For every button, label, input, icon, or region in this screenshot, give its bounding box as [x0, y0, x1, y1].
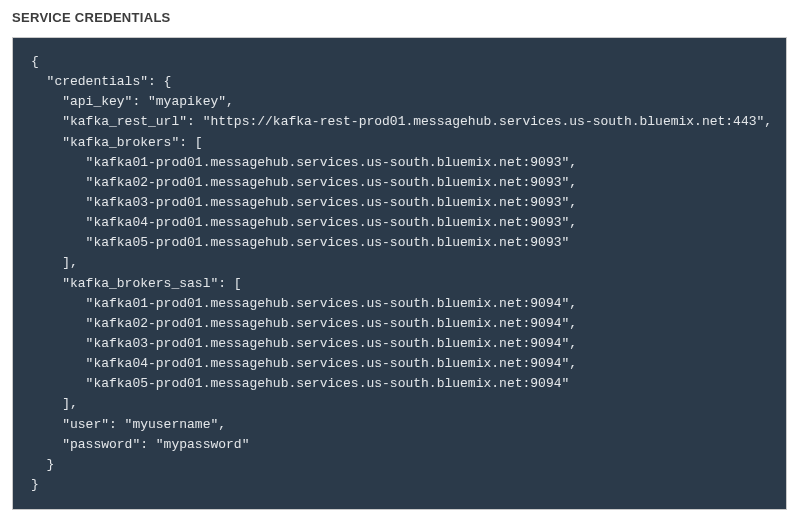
credentials-json-block: { "credentials": { "api_key": "myapikey"…: [12, 37, 787, 510]
section-title: SERVICE CREDENTIALS: [12, 10, 787, 25]
